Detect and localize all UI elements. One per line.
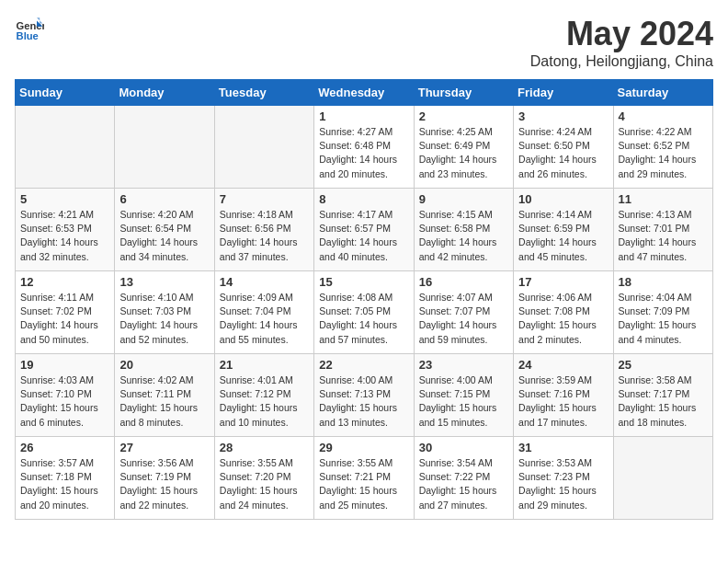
day-number: 4 (619, 109, 708, 123)
day-number: 26 (20, 441, 109, 454)
day-number: 5 (20, 192, 109, 206)
calendar-week-2: 5Sunrise: 4:21 AMSunset: 6:53 PMDaylight… (16, 189, 713, 271)
day-number: 23 (419, 358, 508, 372)
calendar-cell: 10Sunrise: 4:14 AMSunset: 6:59 PMDayligh… (514, 189, 613, 271)
calendar-cell: 15Sunrise: 4:08 AMSunset: 7:05 PMDayligh… (314, 271, 414, 354)
logo-icon: General Blue (15, 15, 44, 44)
day-info: Sunrise: 3:58 AMSunset: 7:17 PMDaylight:… (619, 373, 708, 430)
calendar-cell: 6Sunrise: 4:20 AMSunset: 6:54 PMDaylight… (115, 189, 214, 271)
day-info: Sunrise: 4:25 AMSunset: 6:49 PMDaylight:… (419, 125, 508, 181)
day-number: 19 (20, 358, 109, 372)
day-number: 12 (20, 275, 109, 289)
calendar-cell: 12Sunrise: 4:11 AMSunset: 7:02 PMDayligh… (16, 271, 115, 354)
calendar-cell: 26Sunrise: 3:57 AMSunset: 7:18 PMDayligh… (16, 437, 115, 520)
calendar-cell: 8Sunrise: 4:17 AMSunset: 6:57 PMDaylight… (314, 189, 414, 271)
day-info: Sunrise: 4:13 AMSunset: 7:01 PMDaylight:… (619, 208, 708, 264)
calendar-cell: 30Sunrise: 3:54 AMSunset: 7:22 PMDayligh… (414, 437, 513, 520)
day-info: Sunrise: 3:55 AMSunset: 7:21 PMDaylight:… (319, 456, 408, 512)
day-info: Sunrise: 4:02 AMSunset: 7:11 PMDaylight:… (119, 373, 209, 430)
day-number: 25 (619, 358, 708, 372)
calendar-cell (613, 437, 712, 520)
day-info: Sunrise: 3:59 AMSunset: 7:16 PMDaylight:… (518, 373, 608, 430)
month-title: May 2024 (530, 15, 713, 53)
calendar-week-3: 12Sunrise: 4:11 AMSunset: 7:02 PMDayligh… (16, 271, 713, 354)
day-number: 18 (619, 275, 708, 289)
calendar-cell: 4Sunrise: 4:22 AMSunset: 6:52 PMDaylight… (613, 106, 712, 189)
calendar-cell: 21Sunrise: 4:01 AMSunset: 7:12 PMDayligh… (214, 354, 313, 437)
calendar-cell: 13Sunrise: 4:10 AMSunset: 7:03 PMDayligh… (115, 271, 214, 354)
calendar-cell: 17Sunrise: 4:06 AMSunset: 7:08 PMDayligh… (514, 271, 613, 354)
calendar-cell (214, 106, 313, 189)
day-number: 11 (619, 192, 708, 206)
day-info: Sunrise: 4:15 AMSunset: 6:58 PMDaylight:… (419, 208, 508, 264)
day-info: Sunrise: 4:06 AMSunset: 7:08 PMDaylight:… (518, 291, 608, 347)
weekday-header-thursday: Thursday (414, 80, 513, 106)
weekday-header-monday: Monday (115, 80, 214, 106)
calendar-cell: 2Sunrise: 4:25 AMSunset: 6:49 PMDaylight… (414, 106, 513, 189)
day-info: Sunrise: 4:04 AMSunset: 7:09 PMDaylight:… (619, 291, 708, 347)
day-info: Sunrise: 4:24 AMSunset: 6:50 PMDaylight:… (518, 125, 608, 181)
day-number: 3 (518, 109, 608, 123)
day-number: 15 (319, 275, 408, 289)
calendar-cell: 25Sunrise: 3:58 AMSunset: 7:17 PMDayligh… (613, 354, 712, 437)
day-info: Sunrise: 4:00 AMSunset: 7:15 PMDaylight:… (419, 373, 508, 430)
day-number: 22 (319, 358, 408, 372)
day-number: 17 (518, 275, 608, 289)
weekday-header-tuesday: Tuesday (214, 80, 313, 106)
day-info: Sunrise: 3:56 AMSunset: 7:19 PMDaylight:… (119, 456, 209, 512)
calendar-table: SundayMondayTuesdayWednesdayThursdayFrid… (15, 79, 713, 520)
day-number: 1 (319, 109, 408, 123)
day-info: Sunrise: 4:03 AMSunset: 7:10 PMDaylight:… (20, 373, 109, 430)
calendar-week-5: 26Sunrise: 3:57 AMSunset: 7:18 PMDayligh… (16, 437, 713, 520)
calendar-cell: 18Sunrise: 4:04 AMSunset: 7:09 PMDayligh… (613, 271, 712, 354)
day-info: Sunrise: 3:57 AMSunset: 7:18 PMDaylight:… (20, 456, 109, 512)
day-number: 28 (220, 441, 309, 454)
day-info: Sunrise: 3:53 AMSunset: 7:23 PMDaylight:… (518, 456, 608, 512)
day-number: 21 (220, 358, 309, 372)
day-number: 24 (518, 358, 608, 372)
day-number: 30 (419, 441, 508, 454)
calendar-cell: 3Sunrise: 4:24 AMSunset: 6:50 PMDaylight… (514, 106, 613, 189)
calendar-cell: 22Sunrise: 4:00 AMSunset: 7:13 PMDayligh… (314, 354, 414, 437)
calendar-cell: 24Sunrise: 3:59 AMSunset: 7:16 PMDayligh… (514, 354, 613, 437)
location-title: Datong, Heilongjiang, China (530, 53, 713, 70)
day-number: 20 (119, 358, 209, 372)
day-number: 31 (518, 441, 608, 454)
weekday-header-wednesday: Wednesday (314, 80, 414, 106)
calendar-cell: 31Sunrise: 3:53 AMSunset: 7:23 PMDayligh… (514, 437, 613, 520)
title-block: May 2024 Datong, Heilongjiang, China (530, 15, 713, 70)
calendar-cell: 23Sunrise: 4:00 AMSunset: 7:15 PMDayligh… (414, 354, 513, 437)
weekday-header-sunday: Sunday (16, 80, 115, 106)
calendar-cell: 20Sunrise: 4:02 AMSunset: 7:11 PMDayligh… (115, 354, 214, 437)
weekday-header-row: SundayMondayTuesdayWednesdayThursdayFrid… (16, 80, 713, 106)
calendar-cell (16, 106, 115, 189)
calendar-cell: 5Sunrise: 4:21 AMSunset: 6:53 PMDaylight… (16, 189, 115, 271)
logo: General Blue (15, 15, 44, 44)
weekday-header-friday: Friday (514, 80, 613, 106)
day-info: Sunrise: 4:08 AMSunset: 7:05 PMDaylight:… (319, 291, 408, 347)
page-header: General Blue May 2024 Datong, Heilongjia… (15, 15, 713, 70)
day-info: Sunrise: 4:21 AMSunset: 6:53 PMDaylight:… (20, 208, 109, 264)
calendar-cell: 28Sunrise: 3:55 AMSunset: 7:20 PMDayligh… (214, 437, 313, 520)
day-info: Sunrise: 4:27 AMSunset: 6:48 PMDaylight:… (319, 125, 408, 181)
weekday-header-saturday: Saturday (613, 80, 712, 106)
calendar-cell (115, 106, 214, 189)
day-info: Sunrise: 4:17 AMSunset: 6:57 PMDaylight:… (319, 208, 408, 264)
day-number: 8 (319, 192, 408, 206)
svg-text:Blue: Blue (17, 30, 39, 41)
day-info: Sunrise: 4:22 AMSunset: 6:52 PMDaylight:… (619, 125, 708, 181)
calendar-cell: 27Sunrise: 3:56 AMSunset: 7:19 PMDayligh… (115, 437, 214, 520)
day-number: 10 (518, 192, 608, 206)
calendar-week-1: 1Sunrise: 4:27 AMSunset: 6:48 PMDaylight… (16, 106, 713, 189)
day-number: 27 (119, 441, 209, 454)
day-number: 14 (220, 275, 309, 289)
calendar-cell: 29Sunrise: 3:55 AMSunset: 7:21 PMDayligh… (314, 437, 414, 520)
day-number: 13 (119, 275, 209, 289)
calendar-cell: 1Sunrise: 4:27 AMSunset: 6:48 PMDaylight… (314, 106, 414, 189)
day-info: Sunrise: 4:14 AMSunset: 6:59 PMDaylight:… (518, 208, 608, 264)
day-number: 16 (419, 275, 508, 289)
calendar-cell: 16Sunrise: 4:07 AMSunset: 7:07 PMDayligh… (414, 271, 513, 354)
day-info: Sunrise: 3:55 AMSunset: 7:20 PMDaylight:… (220, 456, 309, 512)
day-info: Sunrise: 4:10 AMSunset: 7:03 PMDaylight:… (119, 291, 209, 347)
day-number: 6 (119, 192, 209, 206)
